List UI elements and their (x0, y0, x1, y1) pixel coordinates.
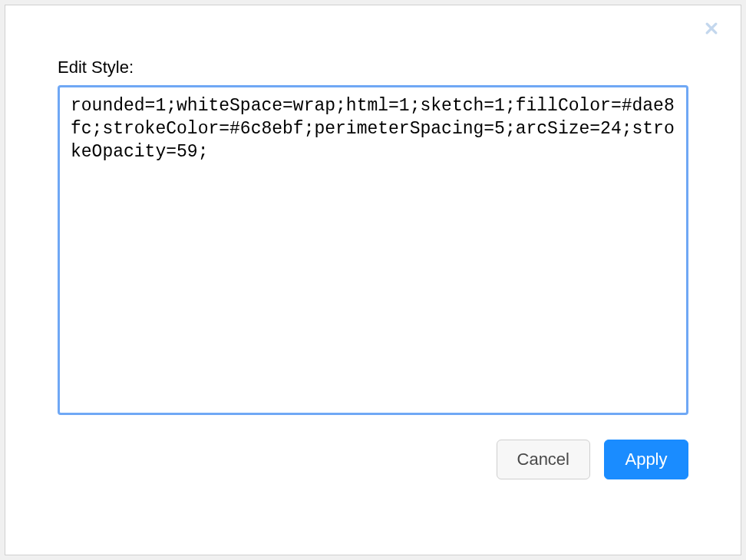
cancel-button[interactable]: Cancel (497, 440, 590, 479)
close-icon (704, 21, 719, 39)
button-row: Cancel Apply (58, 440, 688, 479)
dialog-title: Edit Style: (58, 58, 688, 77)
edit-style-dialog: Edit Style: Cancel Apply (5, 5, 741, 555)
close-button[interactable] (701, 19, 722, 41)
apply-button[interactable]: Apply (604, 440, 688, 479)
style-textarea[interactable] (58, 85, 688, 415)
